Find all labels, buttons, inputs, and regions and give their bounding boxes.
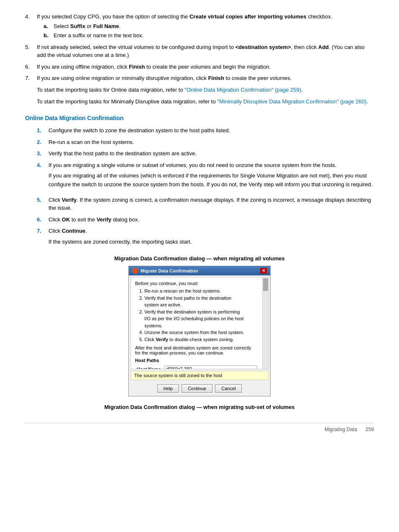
dialog1-body: Before you continue, you must: 1. Re-run… xyxy=(130,277,269,369)
dialog1-close-button[interactable]: ✕ xyxy=(260,268,267,274)
dialog1-before-text: Before you continue, you must: xyxy=(135,281,257,286)
step-7-content: If you are using online migration or min… xyxy=(37,74,374,82)
sub-step-a-text: Select Suffix or Full Name. xyxy=(54,22,120,31)
step-6-num: 6. xyxy=(25,63,37,71)
dialog1-status-bar: The source system is still zoned to the … xyxy=(130,371,269,380)
step-4-text: If you selected Copy CPG, you have the o… xyxy=(37,13,332,20)
online-step-5-text: Click Verify. If the system zoning is co… xyxy=(49,197,371,211)
footer-section: Migrating Data xyxy=(325,427,357,432)
online-step-3-content: Verify that the host paths to the destin… xyxy=(49,149,374,158)
para-online-ref: To start the importing tasks for Online … xyxy=(37,86,374,95)
dialog1-after-text: After the host and destination system ar… xyxy=(135,345,257,355)
step-4: 4. If you selected Copy CPG, you have th… xyxy=(25,13,374,40)
online-step-6-num: 6. xyxy=(37,216,49,224)
online-step-4: 4. If you are migrating a single volume … xyxy=(37,161,374,193)
dialog1-list: 1. Re-run a rescan on the host systems. … xyxy=(139,288,257,343)
minimal-migration-link[interactable]: "Minimally Disruptive Data Migration Con… xyxy=(217,98,366,105)
section-heading-online: Online Data Migration Confirmation xyxy=(25,115,374,121)
online-step-4-content: If you are migrating a single volume or … xyxy=(49,161,374,193)
step-7: 7. If you are using online migration or … xyxy=(25,74,374,82)
online-step-7-content: Click Continue. If the systems are zoned… xyxy=(49,227,374,249)
online-step-6: 6. Click OK to exit the Verify dialog bo… xyxy=(37,216,374,224)
para1-after: . xyxy=(301,87,303,93)
online-step-4-indent: If you are migrating all of the volumes … xyxy=(49,172,374,189)
dialog1-button-row: Help Continue Cancel xyxy=(129,382,270,396)
dialog1-host-name-value: dl360g7-360 xyxy=(164,366,257,370)
online-step-7-indent: If the systems are zoned correctly, the … xyxy=(49,238,374,247)
dialog1-list-item-5: 5. Click Verify to double-check system z… xyxy=(139,336,257,343)
dialog1-list-item-3: 2. Verify that the destination system is… xyxy=(139,308,257,329)
online-step-3-num: 3. xyxy=(37,149,49,158)
sub-step-b: b. Enter a suffix or name in the text bo… xyxy=(43,31,374,40)
step-5-text: If not already selected, select the virt… xyxy=(37,44,365,59)
online-step-4-text: If you are migrating a single volume or … xyxy=(49,162,337,168)
sub-step-a: a. Select Suffix or Full Name. xyxy=(43,22,374,31)
online-step-7: 7. Click Continue. If the systems are zo… xyxy=(37,227,374,249)
para-minimal-ref: To start the importing tasks for Minimal… xyxy=(37,98,374,106)
dialog1-app-icon xyxy=(132,268,138,274)
sub-step-b-label: b. xyxy=(43,31,54,40)
step-4-num: 4. xyxy=(25,13,37,40)
step-6-text: If you are using offline migration, clic… xyxy=(37,64,271,70)
online-step-5: 5. Click Verify. If the system zoning is… xyxy=(37,196,374,212)
step-6: 6. If you are using offline migration, c… xyxy=(25,63,374,71)
dialog1-list-item-4: 4. Unzone the source system from the hos… xyxy=(139,329,257,336)
step-4-content: If you selected Copy CPG, you have the o… xyxy=(37,13,374,40)
dialog1-list-item-2: 2. Verify that the host paths to the des… xyxy=(139,295,257,308)
online-step-1-num: 1. xyxy=(37,126,49,135)
step-7-num: 7. xyxy=(25,74,37,82)
online-step-2-content: Re-run a scan on the host systems. xyxy=(49,138,374,146)
online-step-1-content: Configure the switch to zone the destina… xyxy=(49,126,374,135)
step-5-num: 5. xyxy=(25,43,37,59)
online-step-1: 1. Configure the switch to zone the dest… xyxy=(37,126,374,135)
online-step-3-text: Verify that the host paths to the destin… xyxy=(49,150,197,157)
dialog1-scrollbar-thumb xyxy=(263,278,268,291)
step-7-text: If you are using online migration or min… xyxy=(37,75,292,81)
main-content: 4. If you selected Copy CPG, you have th… xyxy=(25,13,374,432)
footer-page: 259 xyxy=(366,427,374,432)
para1-before: To start the importing tasks for Online … xyxy=(37,87,184,93)
online-step-4-num: 4. xyxy=(37,161,49,193)
dialog1-title-left: Migrate Data Confirmation xyxy=(132,268,198,274)
dialog1-help-button[interactable]: Help xyxy=(157,384,179,393)
dialog1-host-table: Host Name dl360g7-360 Host Paths Port 0:… xyxy=(135,365,257,369)
online-step-6-text: Click OK to exit the Verify dialog box. xyxy=(49,216,139,223)
para2-after: . xyxy=(366,98,368,105)
online-step-5-content: Click Verify. If the system zoning is co… xyxy=(49,196,374,212)
dialog1-host-name-row: Host Name dl360g7-360 xyxy=(135,366,257,370)
sub-step-a-label: a. xyxy=(43,22,54,31)
online-step-2-num: 2. xyxy=(37,138,49,146)
online-step-7-text: Click Continue. xyxy=(49,228,87,234)
dialog1-cancel-button[interactable]: Cancel xyxy=(215,384,242,393)
dialog1-continue-button[interactable]: Continue xyxy=(182,384,212,393)
online-step-7-num: 7. xyxy=(37,227,49,249)
online-step-6-content: Click OK to exit the Verify dialog box. xyxy=(49,216,374,224)
dialog1-titlebar: Migrate Data Confirmation ✕ xyxy=(129,266,270,275)
online-step-5-num: 5. xyxy=(37,196,49,212)
online-step-1-text: Configure the switch to zone the destina… xyxy=(49,127,230,134)
online-step-3: 3. Verify that the host paths to the des… xyxy=(37,149,374,158)
online-step-2-text: Re-run a scan on the host systems. xyxy=(49,139,134,145)
step-5: 5. If not already selected, select the v… xyxy=(25,43,374,59)
dialog1-scrollbar[interactable] xyxy=(262,278,268,369)
dialog1-mockup: Migrate Data Confirmation ✕ Before you c… xyxy=(128,266,271,396)
online-step-2: 2. Re-run a scan on the host systems. xyxy=(37,138,374,146)
dialog1-heading: Migration Data Confirmation dialog — whe… xyxy=(25,255,374,262)
para2-before: To start the importing tasks for Minimal… xyxy=(37,98,217,105)
dialog1-title-text: Migrate Data Confirmation xyxy=(141,268,198,273)
dialog2-heading: Migration Data Confirmation dialog — whe… xyxy=(25,404,374,410)
dialog1-list-item-1: 1. Re-run a rescan on the host systems. xyxy=(139,288,257,295)
page-footer: Migrating Data 259 xyxy=(25,423,374,432)
step-5-content: If not already selected, select the virt… xyxy=(37,43,374,59)
step-6-content: If you are using offline migration, clic… xyxy=(37,63,374,71)
dialog1-host-name-label: Host Name xyxy=(135,366,164,370)
dialog1-host-paths-heading: Host Paths xyxy=(135,358,257,363)
sub-step-b-text: Enter a suffix or name in the text box. xyxy=(54,31,143,40)
dialog1-body-text: Before you continue, you must: 1. Re-run… xyxy=(135,281,264,369)
online-migration-link[interactable]: "Online Data Migration Confirmation" (pa… xyxy=(184,87,301,93)
